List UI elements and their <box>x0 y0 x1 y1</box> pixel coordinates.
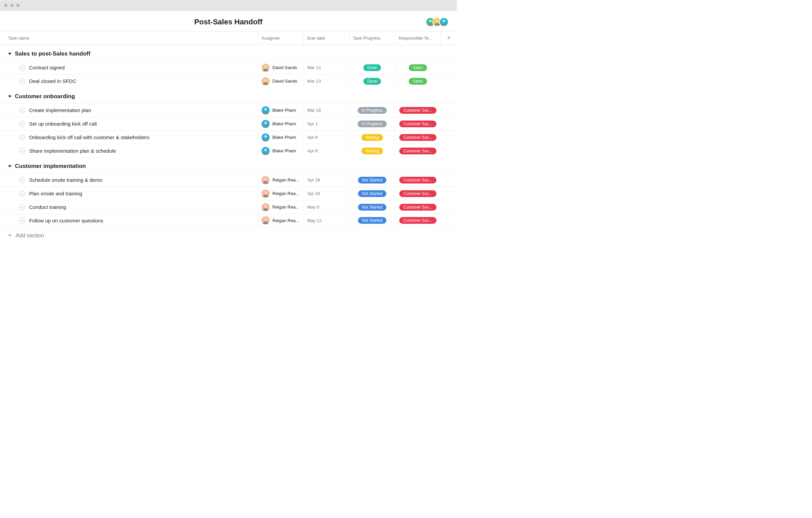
team-cell[interactable]: Customer Suc... <box>395 105 441 116</box>
task-name: Schedule onsite training & demo <box>29 177 102 183</box>
assignee-cell[interactable]: Reigan Rea... <box>258 214 303 226</box>
task-row[interactable]: Conduct trainingReigan Rea...May 6Not St… <box>0 200 457 214</box>
progress-cell[interactable]: Not Started <box>349 188 395 199</box>
complete-check-icon[interactable] <box>19 148 25 154</box>
assignee-cell[interactable]: David Sands <box>258 62 303 74</box>
complete-check-icon[interactable] <box>19 78 25 84</box>
assignee-cell[interactable]: Reigan Rea... <box>258 188 303 200</box>
team-cell[interactable]: Customer Suc... <box>395 215 441 226</box>
due-date-cell[interactable]: Apr 8 <box>303 146 349 156</box>
window-close-dot[interactable] <box>4 4 7 7</box>
col-header-task[interactable]: Task name <box>0 31 258 45</box>
task-name-cell[interactable]: Create implementation plan <box>0 105 258 116</box>
task-row[interactable]: Schedule onsite training & demoReigan Re… <box>0 173 457 187</box>
assignee-cell[interactable]: David Sands <box>258 75 303 87</box>
due-date-cell[interactable]: Mar 18 <box>303 105 349 115</box>
complete-check-icon[interactable] <box>19 121 25 127</box>
task-name-cell[interactable]: Onboarding kick off call with customer &… <box>0 132 258 143</box>
complete-check-icon[interactable] <box>19 65 25 71</box>
due-date-cell[interactable]: May 12 <box>303 215 349 226</box>
progress-cell[interactable]: In Progress <box>349 118 395 129</box>
due-date-cell[interactable]: May 6 <box>303 202 349 212</box>
task-name-cell[interactable]: Plan onsite and training <box>0 188 258 199</box>
assignee-cell[interactable]: Blake Pham <box>258 145 303 157</box>
assignee-avatar <box>262 147 270 155</box>
svg-point-13 <box>264 122 267 124</box>
task-row[interactable]: Follow up on customer questionsReigan Re… <box>0 214 457 227</box>
task-name-cell[interactable]: Conduct training <box>0 201 258 213</box>
complete-check-icon[interactable] <box>19 177 25 183</box>
team-cell[interactable]: Customer Suc... <box>395 202 441 213</box>
assignee-name: David Sands <box>272 65 297 70</box>
progress-cell[interactable]: In Progress <box>349 105 395 116</box>
assignee-cell[interactable]: Blake Pham <box>258 104 303 116</box>
window-min-dot[interactable] <box>10 4 14 7</box>
task-name-cell[interactable]: Set up onboarding kick off call <box>0 118 258 130</box>
project-members[interactable] <box>428 17 449 27</box>
progress-cell[interactable]: Not Started <box>349 175 395 186</box>
team-cell[interactable]: Customer Suc... <box>395 132 441 143</box>
svg-point-15 <box>264 135 267 138</box>
due-date-cell[interactable]: Apr 1 <box>303 118 349 129</box>
complete-check-icon[interactable] <box>19 134 25 141</box>
due-date-cell[interactable]: Apr 16 <box>303 175 349 185</box>
progress-cell[interactable]: Not Started <box>349 202 395 213</box>
team-cell[interactable]: Sales <box>395 62 441 73</box>
progress-cell[interactable]: Done <box>349 76 395 87</box>
col-header-due[interactable]: Due date <box>303 31 349 45</box>
task-row[interactable]: Contract signedDavid SandsMar 12DoneSale… <box>0 61 457 74</box>
section-header[interactable]: Sales to post-Sales handoff <box>0 45 457 61</box>
team-cell[interactable]: Customer Suc... <box>395 175 441 186</box>
complete-check-icon[interactable] <box>19 217 25 223</box>
due-date-cell[interactable]: Apr 20 <box>303 188 349 199</box>
assignee-cell[interactable]: Blake Pham <box>258 118 303 130</box>
assignee-cell[interactable]: Reigan Rea... <box>258 174 303 186</box>
task-row[interactable]: Create implementation planBlake PhamMar … <box>0 103 457 117</box>
task-row[interactable]: Set up onboarding kick off callBlake Pha… <box>0 117 457 130</box>
assignee-name: Blake Pham <box>272 148 296 153</box>
task-row[interactable]: Plan onsite and trainingReigan Rea...Apr… <box>0 187 457 200</box>
app-window: Post-Sales Handoff Task name Assignee Du… <box>0 0 457 244</box>
team-pill: Customer Suc... <box>399 148 436 154</box>
task-row[interactable]: Share implementation plan & scheduleBlak… <box>0 144 457 157</box>
task-name-cell[interactable]: Follow up on customer questions <box>0 215 258 226</box>
task-row[interactable]: Deal closed in SFDCDavid SandsMar 13Done… <box>0 74 457 88</box>
col-header-assignee[interactable]: Assignee <box>258 31 303 45</box>
task-name-cell[interactable]: Share implementation plan & schedule <box>0 145 258 157</box>
assignee-cell[interactable]: Reigan Rea... <box>258 201 303 213</box>
assignee-avatar <box>262 216 270 224</box>
section-header[interactable]: Customer onboarding <box>0 88 457 103</box>
progress-cell[interactable]: Waiting <box>349 146 395 156</box>
progress-cell[interactable]: Waiting <box>349 132 395 143</box>
assignee-cell[interactable]: Blake Pham <box>258 131 303 144</box>
assignee-name: Blake Pham <box>272 121 296 126</box>
task-name-cell[interactable]: Schedule onsite training & demo <box>0 174 258 186</box>
task-name-cell[interactable]: Contract signed <box>0 62 258 73</box>
window-max-dot[interactable] <box>16 4 20 7</box>
due-date-cell[interactable]: Mar 12 <box>303 62 349 73</box>
svg-point-21 <box>264 191 267 194</box>
task-row[interactable]: Onboarding kick off call with customer &… <box>0 130 457 144</box>
section-header[interactable]: Customer implementation <box>0 157 457 173</box>
add-section-button[interactable]: + Add section <box>0 227 457 244</box>
team-cell[interactable]: Customer Suc... <box>395 118 441 129</box>
progress-pill: Done <box>363 78 381 85</box>
progress-cell[interactable]: Not Started <box>349 215 395 226</box>
due-date-cell[interactable]: Mar 13 <box>303 76 349 86</box>
complete-check-icon[interactable] <box>19 191 25 197</box>
col-header-team[interactable]: Responsible Te... <box>395 31 441 45</box>
complete-check-icon[interactable] <box>19 107 25 113</box>
member-avatar[interactable] <box>439 17 449 27</box>
task-name-cell[interactable]: Deal closed in SFDC <box>0 75 258 87</box>
due-date-cell[interactable]: Apr 8 <box>303 132 349 143</box>
progress-pill: Waiting <box>361 134 383 141</box>
col-header-progress[interactable]: Task Progress <box>349 31 395 45</box>
complete-check-icon[interactable] <box>19 204 25 210</box>
team-cell[interactable]: Customer Suc... <box>395 188 441 199</box>
team-cell[interactable]: Customer Suc... <box>395 146 441 156</box>
progress-cell[interactable]: Done <box>349 62 395 73</box>
add-column-button[interactable]: + <box>441 31 457 45</box>
plus-icon: + <box>8 232 12 239</box>
team-cell[interactable]: Sales <box>395 76 441 87</box>
progress-pill: Done <box>363 64 381 71</box>
